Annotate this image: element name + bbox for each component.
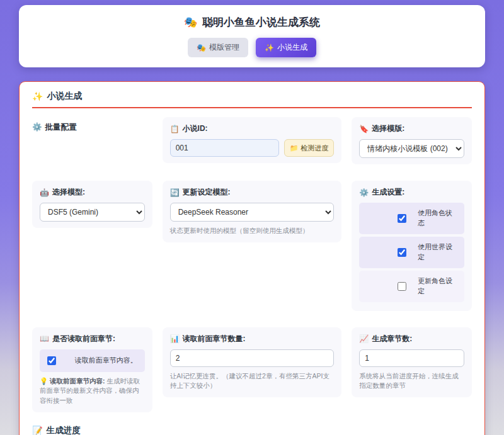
gen-settings-label: ⚙️ 生成设置: — [359, 187, 464, 198]
read-prev-panel: 📖 是否读取前面章节: 读取前面章节内容。 💡 读取前面章节内容: 生成时读取前… — [32, 327, 152, 412]
update-model-label-text: 更新设定模型: — [183, 187, 231, 198]
theater-masks-icon: 🎭 — [184, 16, 197, 29]
gen-count-hint: 系统将从当前进度开始，连续生成指定数量的章节 — [359, 371, 464, 392]
model-label-text: 选择模型: — [52, 187, 85, 198]
novel-generate-panel: ✨ 小说生成 ⚙️ 批量配置 📋 小说ID: 📁 检测进度 🔖 — [19, 81, 485, 435]
progress-section-title-text: 生成进度 — [47, 425, 81, 435]
gen-count-input[interactable] — [359, 349, 464, 367]
template-label: 🔖 选择模版: — [359, 123, 464, 134]
read-prev-checkbox[interactable] — [47, 356, 56, 365]
template-panel: 🔖 选择模版: 情绪内核小说模板 (002) — [352, 117, 472, 164]
check-progress-button[interactable]: 📁 检测进度 — [284, 139, 335, 157]
gear-icon: ⚙️ — [32, 122, 42, 133]
page-title: 🎭 聪明小鱼鱼小说生成系统 — [184, 15, 320, 30]
theater-masks-icon: 🎭 — [197, 43, 206, 52]
novel-id-label-text: 小说ID: — [183, 123, 208, 134]
option-row-use-world-setting: 使用世界设定 — [359, 237, 464, 268]
config-grid: ⚙️ 批量配置 📋 小说ID: 📁 检测进度 🔖 选择模版: 情绪 — [32, 117, 472, 412]
folder-icon: 📁 — [290, 144, 299, 152]
novel-id-input[interactable] — [170, 139, 279, 157]
progress-section-title: 📝 生成进度 — [32, 425, 472, 435]
page-title-text: 聪明小鱼鱼小说生成系统 — [202, 15, 320, 30]
read-prev-label: 📖 是否读取前面章节: — [40, 334, 145, 344]
update-model-panel: 🔄 更新设定模型: DeepSeek Reasoner 状态更新时使用的模型（留… — [163, 181, 342, 242]
read-count-hint: 让AI记忆更连贯。（建议不超过2章，有些第三方API支持上下文较小） — [170, 371, 335, 392]
sparkles-icon: ✨ — [32, 91, 43, 101]
option-row-update-character-setting: 更新角色设定 — [359, 271, 464, 302]
read-count-panel: 📊 读取前面章节数量: 让AI记忆更连贯。（建议不超过2章，有些第三方API支持… — [163, 327, 342, 398]
read-prev-option-row: 读取前面章节内容。 — [40, 349, 145, 372]
read-prev-hint-title: 读取前面章节内容: — [50, 377, 105, 385]
gen-count-label: 📈 生成章节数: — [359, 334, 464, 344]
refresh-icon: 🔄 — [170, 188, 180, 197]
use-character-state-checkbox[interactable] — [398, 214, 406, 223]
tab-label: 模版管理 — [209, 42, 239, 53]
model-panel: 🤖 选择模型: DSF5 (Gemini) — [32, 181, 152, 228]
check-progress-label: 检测进度 — [301, 144, 328, 153]
bar-chart-icon: 📊 — [170, 334, 180, 343]
model-select[interactable]: DSF5 (Gemini) — [40, 203, 145, 222]
sparkles-icon: ✨ — [265, 43, 274, 52]
gen-settings-label-text: 生成设置: — [372, 187, 404, 198]
batch-config-label-text: 批量配置 — [45, 122, 77, 133]
read-prev-label-text: 是否读取前面章节: — [52, 334, 115, 344]
template-select[interactable]: 情绪内核小说模板 (002) — [359, 139, 464, 158]
batch-config-label: ⚙️ 批量配置 — [32, 117, 152, 133]
update-model-select[interactable]: DeepSeek Reasoner — [170, 203, 335, 222]
option-label: 更新角色设定 — [418, 276, 458, 297]
memo-icon: 📝 — [32, 426, 43, 435]
novel-id-panel: 📋 小说ID: 📁 检测进度 — [163, 117, 342, 163]
use-world-setting-checkbox[interactable] — [398, 248, 406, 257]
gen-settings-panel: ⚙️ 生成设置: 使用角色状态 使用世界设定 更新角色设定 — [352, 181, 472, 311]
read-count-label-text: 读取前面章节数量: — [183, 334, 246, 344]
bulb-icon: 💡 — [40, 377, 48, 385]
option-label: 使用角色状态 — [418, 208, 458, 229]
clipboard-icon: 📋 — [170, 125, 180, 133]
read-prev-option-label: 读取前面章节内容。 — [71, 356, 137, 366]
gen-count-panel: 📈 生成章节数: 系统将从当前进度开始，连续生成指定数量的章节 — [352, 327, 472, 398]
section-title-text: 小说生成 — [47, 91, 82, 102]
open-book-icon: 📖 — [40, 334, 49, 343]
robot-icon: 🤖 — [40, 188, 49, 197]
tab-label: 小说生成 — [277, 42, 307, 53]
update-model-hint: 状态更新时使用的模型（留空则使用生成模型） — [170, 226, 335, 236]
novel-id-label: 📋 小说ID: — [170, 123, 335, 134]
update-model-label: 🔄 更新设定模型: — [170, 187, 335, 198]
app-header: 🎭 聪明小鱼鱼小说生成系统 🎭 模版管理 ✨ 小说生成 — [19, 5, 485, 67]
model-label: 🤖 选择模型: — [40, 187, 145, 198]
tab-novel-generate[interactable]: ✨ 小说生成 — [256, 38, 316, 57]
read-prev-hint: 💡 读取前面章节内容: 生成时读取前面章节的最新文件内容，确保内容衔接一致 — [40, 376, 145, 406]
option-row-use-character-state: 使用角色状态 — [359, 203, 464, 234]
bookmark-icon: 🔖 — [359, 125, 369, 133]
gen-count-label-text: 生成章节数: — [372, 334, 412, 344]
read-count-label: 📊 读取前面章节数量: — [170, 334, 335, 344]
gear-icon: ⚙️ — [359, 188, 369, 197]
option-label: 使用世界设定 — [418, 242, 458, 263]
tab-template-manage[interactable]: 🎭 模版管理 — [188, 38, 248, 57]
read-count-input[interactable] — [170, 349, 335, 367]
update-character-setting-checkbox[interactable] — [398, 282, 406, 291]
template-label-text: 选择模版: — [372, 123, 404, 134]
tab-bar: 🎭 模版管理 ✨ 小说生成 — [19, 38, 485, 57]
chart-increasing-icon: 📈 — [359, 334, 369, 343]
section-title-novel-generate: ✨ 小说生成 — [32, 91, 472, 108]
